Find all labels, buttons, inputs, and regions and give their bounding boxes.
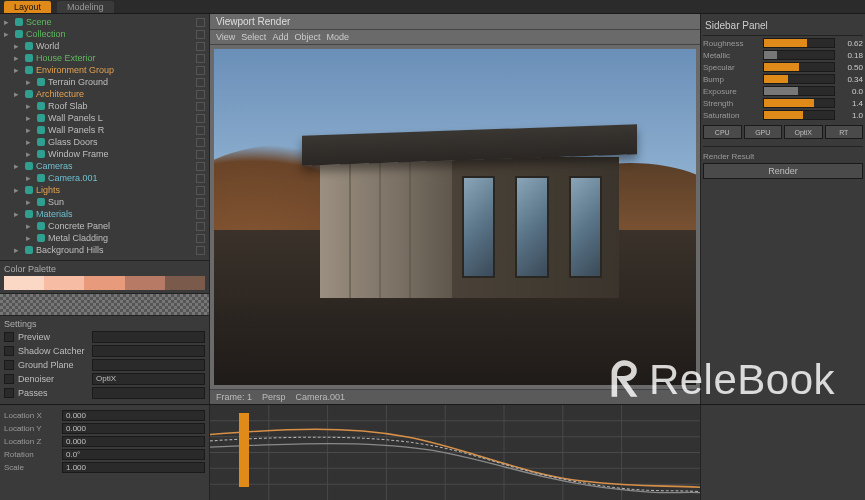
outliner-label: Scene: [26, 17, 52, 27]
outliner-item[interactable]: ▸Collection: [2, 28, 207, 40]
object-type-icon: [25, 186, 33, 194]
visibility-toggle[interactable]: [196, 30, 205, 39]
visibility-toggle[interactable]: [196, 90, 205, 99]
playhead-marker[interactable]: [239, 413, 249, 487]
viewport-menu-item[interactable]: Object: [294, 32, 320, 42]
outliner-item[interactable]: ▸Lights: [2, 184, 207, 196]
viewport-status-item: Camera.001: [296, 392, 346, 402]
visibility-toggle[interactable]: [196, 18, 205, 27]
visibility-toggle[interactable]: [196, 234, 205, 243]
checkbox[interactable]: [4, 346, 14, 356]
transform-value[interactable]: 0.000: [62, 436, 205, 447]
color-palette-panel: Color Palette: [0, 260, 209, 293]
outliner-item[interactable]: ▸Camera.001: [2, 172, 207, 184]
outliner-tree[interactable]: ▸Scene▸Collection▸World▸House Exterior▸E…: [0, 14, 209, 260]
outliner-item[interactable]: ▸Wall Panels L: [2, 112, 207, 124]
property-slider[interactable]: [763, 86, 835, 96]
property-slider[interactable]: [763, 38, 835, 48]
render-button[interactable]: Render: [703, 163, 863, 179]
workspace-tab-active[interactable]: Layout: [4, 1, 51, 13]
visibility-toggle[interactable]: [196, 126, 205, 135]
viewport-3d[interactable]: [210, 45, 700, 389]
outliner-item[interactable]: ▸Sun: [2, 196, 207, 208]
setting-field[interactable]: [92, 359, 205, 371]
outliner-item[interactable]: ▸World: [2, 40, 207, 52]
visibility-toggle[interactable]: [196, 42, 205, 51]
object-type-icon: [25, 246, 33, 254]
visibility-toggle[interactable]: [196, 114, 205, 123]
visibility-toggle[interactable]: [196, 102, 205, 111]
outliner-item[interactable]: ▸Wall Panels R: [2, 124, 207, 136]
property-slider[interactable]: [763, 74, 835, 84]
setting-field[interactable]: [92, 387, 205, 399]
outliner-item[interactable]: ▸Concrete Panel: [2, 220, 207, 232]
property-label: Metallic: [703, 51, 759, 60]
property-slider[interactable]: [763, 62, 835, 72]
workspace-tab[interactable]: Modeling: [57, 1, 114, 13]
color-swatch[interactable]: [84, 276, 124, 290]
checkbox[interactable]: [4, 332, 14, 342]
transform-value[interactable]: 0.0°: [62, 449, 205, 460]
visibility-toggle[interactable]: [196, 186, 205, 195]
visibility-toggle[interactable]: [196, 162, 205, 171]
outliner-item[interactable]: ▸Cameras: [2, 160, 207, 172]
color-swatch[interactable]: [165, 276, 205, 290]
outliner-item[interactable]: ▸Glass Doors: [2, 136, 207, 148]
device-button[interactable]: GPU: [744, 125, 783, 139]
checkbox[interactable]: [4, 388, 14, 398]
outliner-item[interactable]: ▸Materials: [2, 208, 207, 220]
color-swatch[interactable]: [4, 276, 44, 290]
left-panel: ▸Scene▸Collection▸World▸House Exterior▸E…: [0, 14, 210, 404]
visibility-toggle[interactable]: [196, 150, 205, 159]
caret-icon: ▸: [4, 17, 12, 27]
caret-icon: ▸: [26, 125, 34, 135]
graph-editor[interactable]: [210, 405, 700, 500]
property-slider[interactable]: [763, 98, 835, 108]
visibility-toggle[interactable]: [196, 174, 205, 183]
device-button[interactable]: CPU: [703, 125, 742, 139]
setting-field[interactable]: [92, 345, 205, 357]
property-label: Saturation: [703, 111, 759, 120]
outliner-item[interactable]: ▸Scene: [2, 16, 207, 28]
color-swatch[interactable]: [125, 276, 165, 290]
visibility-toggle[interactable]: [196, 54, 205, 63]
outliner-item[interactable]: ▸Roof Slab: [2, 100, 207, 112]
visibility-toggle[interactable]: [196, 246, 205, 255]
outliner-label: Camera.001: [48, 173, 98, 183]
viewport-menu-item[interactable]: Select: [241, 32, 266, 42]
checkbox[interactable]: [4, 360, 14, 370]
transform-value[interactable]: 0.000: [62, 410, 205, 421]
property-slider[interactable]: [763, 110, 835, 120]
device-button[interactable]: RT: [825, 125, 864, 139]
bottom-panel: Location X0.000Location Y0.000Location Z…: [0, 404, 865, 500]
device-button[interactable]: OptiX: [784, 125, 823, 139]
outliner-item[interactable]: ▸Metal Cladding: [2, 232, 207, 244]
property-slider[interactable]: [763, 50, 835, 60]
visibility-toggle[interactable]: [196, 222, 205, 231]
visibility-toggle[interactable]: [196, 78, 205, 87]
caret-icon: ▸: [26, 221, 34, 231]
caret-icon: ▸: [26, 77, 34, 87]
visibility-toggle[interactable]: [196, 66, 205, 75]
transform-value[interactable]: 0.000: [62, 423, 205, 434]
object-type-icon: [37, 234, 45, 242]
checkbox[interactable]: [4, 374, 14, 384]
color-swatch[interactable]: [44, 276, 84, 290]
setting-field[interactable]: [92, 331, 205, 343]
transform-value[interactable]: 1.000: [62, 462, 205, 473]
outliner-item[interactable]: ▸House Exterior: [2, 52, 207, 64]
visibility-toggle[interactable]: [196, 138, 205, 147]
viewport-menu-item[interactable]: Mode: [326, 32, 349, 42]
outliner-item[interactable]: ▸Architecture: [2, 88, 207, 100]
visibility-toggle[interactable]: [196, 210, 205, 219]
palette-swatches[interactable]: [4, 276, 205, 290]
viewport-menu-item[interactable]: Add: [272, 32, 288, 42]
setting-field[interactable]: OptiX: [92, 373, 205, 385]
outliner-item[interactable]: ▸Terrain Ground: [2, 76, 207, 88]
viewport-status-item: Frame: 1: [216, 392, 252, 402]
outliner-item[interactable]: ▸Window Frame: [2, 148, 207, 160]
visibility-toggle[interactable]: [196, 198, 205, 207]
outliner-item[interactable]: ▸Environment Group: [2, 64, 207, 76]
viewport-menu-item[interactable]: View: [216, 32, 235, 42]
outliner-item[interactable]: ▸Background Hills: [2, 244, 207, 256]
